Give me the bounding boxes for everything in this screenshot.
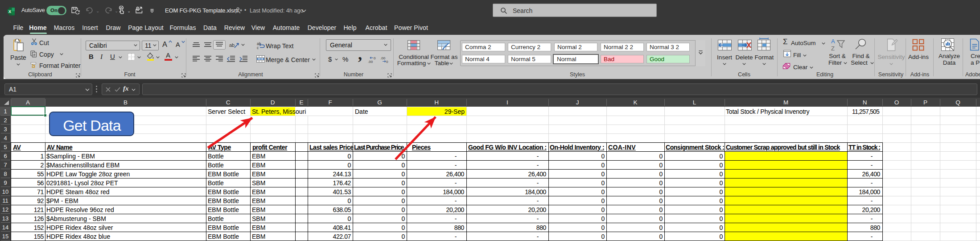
svg-text:Z: Z [831,45,835,51]
svg-text:.00: .00 [368,60,373,63]
svg-text:c: c [257,46,259,50]
svg-text:0: 0 [386,60,388,63]
svg-text:0: 0 [374,56,376,60]
svg-text:X: X [8,9,11,14]
svg-text:ab: ab [229,42,235,48]
svg-text:.00: .00 [380,56,386,60]
svg-text:A: A [831,38,835,45]
